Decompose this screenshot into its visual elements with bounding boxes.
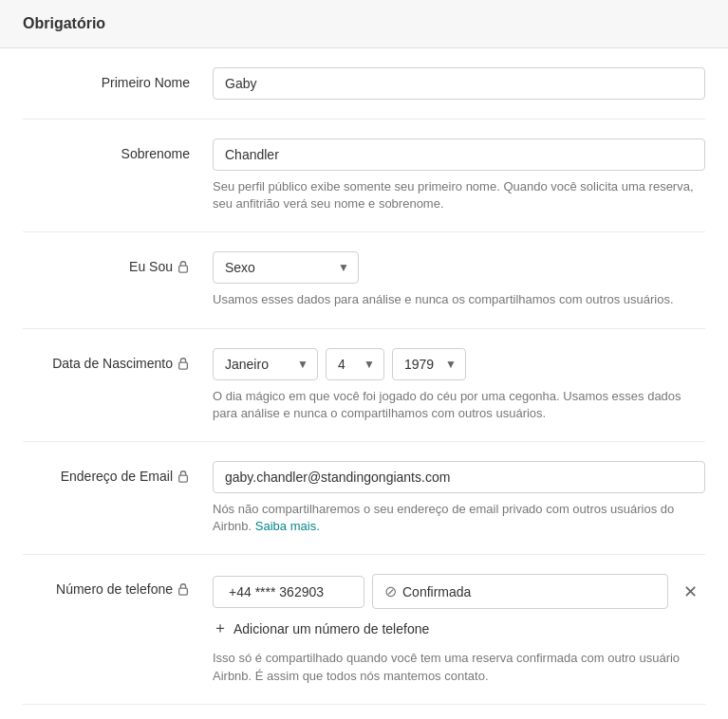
idioma-row: Idioma Preferencial Português English Es…: [23, 705, 705, 719]
email-row: Endereço de Email Nós não compartilharem…: [23, 442, 705, 555]
email-input[interactable]: [213, 461, 705, 493]
form-container: Primeiro Nome Sobrenome Seu perfil públi…: [0, 48, 728, 719]
telefone-lock-icon: [177, 582, 190, 596]
eu-sou-label: Eu Sou: [23, 251, 213, 274]
day-select-wrapper: 1234 5678 9101112 13141516 17181920 2122…: [326, 348, 384, 380]
svg-rect-3: [179, 588, 188, 595]
eu-sou-helper: Usamos esses dados para análise e nunca …: [213, 291, 705, 308]
section-header: Obrigatório: [0, 0, 728, 48]
day-select[interactable]: 1234 5678 9101112 13141516 17181920 2122…: [326, 348, 384, 380]
primeiro-nome-label: Primeiro Nome: [23, 67, 213, 90]
data-nascimento-helper: O dia mágico em que você foi jogado do c…: [213, 388, 705, 422]
add-phone-label: Adicionar um número de telefone: [233, 621, 429, 636]
eu-sou-select[interactable]: Sexo Masculino Feminino Não especificado: [213, 251, 359, 284]
svg-rect-1: [179, 362, 188, 369]
teal-arrow-annotation: [345, 714, 431, 719]
svg-rect-0: [179, 267, 188, 273]
add-phone-row[interactable]: ＋ Adicionar um número de telefone: [213, 618, 705, 638]
data-nascimento-row: Data de Nascimento Janeiro Fevereiro Mar…: [23, 329, 705, 442]
confirmed-label: Confirmada: [402, 584, 471, 599]
email-lock-icon: [177, 470, 190, 483]
eu-sou-lock-icon: [177, 260, 190, 273]
eu-sou-content: Sexo Masculino Feminino Não especificado…: [213, 251, 705, 308]
year-select-wrapper: 1979 ▼: [392, 348, 466, 380]
telefone-content: +44 **** 362903 ⊘ Confirmada ✕ ＋ Adicion…: [213, 574, 705, 684]
data-nascimento-label: Data de Nascimento: [23, 348, 213, 371]
sobrenome-input[interactable]: [213, 138, 705, 171]
plus-icon: ＋: [213, 618, 228, 638]
data-nascimento-lock-icon: [177, 357, 190, 370]
remove-phone-button[interactable]: ✕: [676, 578, 705, 606]
sobrenome-label: Sobrenome: [23, 138, 213, 161]
primeiro-nome-input[interactable]: [213, 67, 705, 100]
email-content: Nós não compartilharemos o seu endereço …: [213, 461, 705, 535]
confirmed-check-icon: ⊘: [384, 582, 397, 600]
sobrenome-helper: Seu perfil público exibe somente seu pri…: [213, 178, 705, 212]
primeiro-nome-row: Primeiro Nome: [23, 48, 705, 120]
telefone-label: Número de telefone: [23, 574, 213, 597]
month-select[interactable]: Janeiro Fevereiro Março Abril Maio Junho…: [213, 348, 318, 380]
sobrenome-row: Sobrenome Seu perfil público exibe somen…: [23, 120, 705, 232]
svg-rect-2: [179, 475, 188, 482]
section-title: Obrigatório: [23, 15, 105, 31]
saiba-mais-link[interactable]: Saiba mais.: [255, 519, 320, 533]
month-select-wrapper: Janeiro Fevereiro Março Abril Maio Junho…: [213, 348, 318, 380]
phone-number-display: +44 **** 362903: [213, 576, 364, 608]
telefone-row: Número de telefone +44 **** 362903 ⊘ Con…: [23, 555, 705, 704]
phone-row: +44 **** 362903 ⊘ Confirmada ✕: [213, 574, 705, 609]
email-helper: Nós não compartilharemos o seu endereço …: [213, 501, 705, 535]
eu-sou-row: Eu Sou Sexo Masculino Feminino Não espec…: [23, 232, 705, 328]
data-nascimento-content: Janeiro Fevereiro Março Abril Maio Junho…: [213, 348, 705, 422]
telefone-helper: Isso só é compartilhado quando você tem …: [213, 650, 705, 684]
date-selects: Janeiro Fevereiro Março Abril Maio Junho…: [213, 348, 705, 380]
email-label: Endereço de Email: [23, 461, 213, 484]
eu-sou-select-wrapper: Sexo Masculino Feminino Não especificado…: [213, 251, 359, 284]
year-select[interactable]: 1979: [392, 348, 466, 380]
sobrenome-content: Seu perfil público exibe somente seu pri…: [213, 138, 705, 212]
primeiro-nome-content: [213, 67, 705, 100]
confirmed-box: ⊘ Confirmada: [372, 574, 668, 609]
